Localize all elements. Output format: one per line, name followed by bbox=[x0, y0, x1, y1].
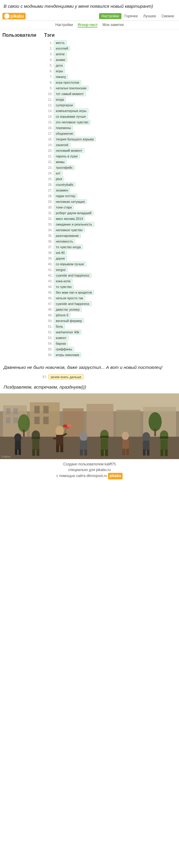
tag-badge[interactable]: iphone 6 bbox=[54, 313, 70, 317]
tag-badge[interactable]: когда bbox=[54, 97, 66, 102]
list-item: 32.мисс москва 2014 bbox=[44, 216, 177, 221]
svg-rect-26 bbox=[32, 439, 39, 450]
tag-badge[interactable]: общежитие bbox=[54, 131, 75, 136]
svg-rect-38 bbox=[80, 450, 83, 456]
tag-badge[interactable]: со взрывом лучше bbox=[54, 262, 86, 267]
tag-badge[interactable]: супергерои bbox=[54, 103, 75, 107]
list-item: 14.со взрывами лучше bbox=[44, 114, 177, 119]
tag-num: 35. bbox=[44, 234, 52, 238]
tag-badge[interactable]: игра престолов bbox=[54, 80, 81, 85]
svg-rect-9 bbox=[43, 406, 49, 413]
tag-badge[interactable]: zaxaroid bbox=[54, 143, 70, 147]
tag-badge[interactable]: без мам пап и кредитов bbox=[54, 290, 94, 295]
tag-badge[interactable]: countryballs bbox=[54, 182, 75, 187]
list-item: 33.ожидание и реальность bbox=[44, 222, 177, 227]
tag-list: 1.жесть2.косплей3.anime4.аниме5.дота6.иг… bbox=[44, 40, 177, 357]
sub-nav-nastroyki[interactable]: Настройки bbox=[56, 23, 73, 28]
tag-badge[interactable]: cyanide and happiness bbox=[54, 273, 92, 278]
tag-badge[interactable]: неловкое чувство bbox=[54, 227, 85, 232]
tag-badge[interactable]: игры bbox=[54, 69, 65, 73]
tag-badge[interactable]: джастас уолкер bbox=[54, 307, 82, 312]
tag-badge[interactable]: cyanide and happiness bbox=[54, 301, 92, 306]
tag-badge[interactable]: кот bbox=[54, 171, 63, 176]
logo[interactable]: pikabu bbox=[2, 13, 26, 20]
list-item: 11.когда bbox=[44, 97, 177, 102]
tag-badge[interactable]: тони старк bbox=[54, 205, 74, 210]
nav-tab-nastroyki[interactable]: Настройки bbox=[99, 13, 121, 19]
tag-badge[interactable]: аниме bbox=[54, 57, 67, 62]
tag-badge[interactable]: наталья поклонская bbox=[54, 86, 88, 91]
sub-nav-moi-zametki[interactable]: Мои заметки bbox=[102, 23, 123, 28]
list-item: 24.кот bbox=[44, 171, 177, 176]
svg-point-60 bbox=[63, 425, 67, 427]
tag-badge[interactable]: неловкая ситуация bbox=[54, 199, 87, 204]
tag-badge[interactable]: парень в луже bbox=[54, 154, 80, 159]
tag-badge[interactable]: со взрывами лучше bbox=[54, 114, 88, 119]
tag-badge[interactable]: warhammer 40k bbox=[54, 330, 81, 335]
nav-tab-goryachee[interactable]: Горячее bbox=[122, 13, 140, 19]
tag-badge[interactable]: жесть bbox=[54, 40, 67, 45]
tag-badge[interactable]: компот bbox=[54, 335, 69, 340]
tag-num: 41. bbox=[44, 268, 52, 272]
tag-badge[interactable]: косплей bbox=[54, 46, 70, 51]
svg-rect-35 bbox=[60, 445, 63, 452]
tag-badge[interactable]: anime bbox=[54, 52, 67, 57]
list-item: 27.экзамен bbox=[44, 188, 177, 193]
tag-badge[interactable]: то чувство bbox=[54, 284, 74, 289]
tag-num: 40. bbox=[44, 262, 52, 266]
tag-badge[interactable]: роберт дауни младший bbox=[54, 211, 94, 215]
footer-line1: Создано пользователем kaliff75 bbox=[63, 462, 116, 466]
tag-badge[interactable]: покемоны bbox=[54, 125, 73, 130]
tag-badge[interactable]: дауни bbox=[54, 256, 67, 261]
tag-badge[interactable]: то чувство когда bbox=[54, 245, 83, 249]
tag-badge[interactable]: теория большого взрыва bbox=[54, 137, 96, 142]
tag-badge[interactable]: игорь николаев bbox=[54, 352, 81, 357]
list-item: 31.роберт дауни младший bbox=[44, 211, 177, 215]
tag-badge[interactable]: неловкость bbox=[54, 239, 75, 244]
tag-num: 1. bbox=[44, 41, 52, 44]
tag-badge[interactable]: кока-кола bbox=[54, 279, 72, 283]
tag-num: 45. bbox=[44, 291, 52, 294]
sub-nav-ignor-list[interactable]: Игнор-лист bbox=[78, 23, 98, 28]
tag-badge[interactable]: веселый фермер bbox=[54, 318, 84, 323]
tag-badge[interactable]: ожидание и реальность bbox=[54, 222, 94, 227]
list-item: 16.покемоны bbox=[44, 125, 177, 130]
tag-badge[interactable]: дота bbox=[54, 63, 65, 68]
tag-badge[interactable]: мемы bbox=[54, 159, 67, 164]
list-item: 39.дауни bbox=[44, 256, 177, 261]
list-item: 55.гриффины bbox=[44, 347, 177, 351]
tag-num: 10. bbox=[44, 92, 52, 96]
nav-tab-luchshee[interactable]: Лучшее bbox=[141, 13, 158, 19]
tag-badge[interactable]: троллфейс bbox=[54, 165, 75, 170]
list-item: 53.компот bbox=[44, 335, 177, 340]
svg-rect-37 bbox=[80, 441, 87, 450]
tag-badge[interactable]: барокк bbox=[54, 341, 68, 346]
tag-badge[interactable]: боль bbox=[54, 324, 65, 329]
logo-icon bbox=[4, 13, 9, 19]
tag-badge[interactable]: разочарование bbox=[54, 233, 81, 238]
tag-badge[interactable]: пикачу bbox=[54, 74, 68, 79]
tag-badge[interactable]: тот самый момент bbox=[54, 91, 86, 96]
tag-badge[interactable]: гриффины bbox=[54, 347, 74, 351]
tag-badge[interactable]: неловкий момент bbox=[54, 148, 84, 153]
tag-num: 14. bbox=[44, 115, 52, 118]
tag-badge[interactable]: это неловкое чувство bbox=[54, 120, 91, 125]
tag-badge[interactable]: мисс москва 2014 bbox=[54, 216, 85, 221]
tag-badge[interactable]: нельзя просто так bbox=[54, 296, 85, 301]
list-item: 29.неловкая ситуация bbox=[44, 199, 177, 204]
users-title: Пользователи bbox=[2, 33, 38, 38]
list-item: 10.тот самый момент bbox=[44, 91, 177, 96]
tag-badge-57[interactable]: зачем ехать дальше bbox=[48, 375, 83, 379]
tag-badge[interactable]: экзамен bbox=[54, 188, 70, 193]
tag-badge[interactable]: гарри поттер bbox=[54, 193, 77, 198]
tag-badge[interactable]: компьютерные игры bbox=[54, 108, 88, 113]
tag-num: 5. bbox=[44, 64, 52, 67]
nav-tab-svezhee[interactable]: Свежее bbox=[159, 13, 177, 19]
tag-badge[interactable]: wd-40 bbox=[54, 250, 67, 255]
tag-badge[interactable]: pbot bbox=[54, 177, 64, 181]
list-item: 50.веселый фермер bbox=[44, 318, 177, 323]
tag-badge[interactable]: sergoz bbox=[54, 267, 68, 272]
tag-num: 53. bbox=[44, 336, 52, 340]
svg-rect-4 bbox=[13, 408, 18, 414]
tag-num: 13. bbox=[44, 109, 52, 113]
